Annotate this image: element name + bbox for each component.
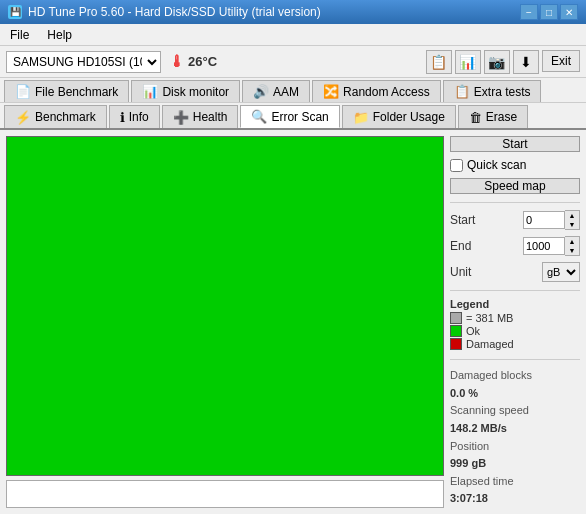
grid-cell [137, 431, 146, 439]
tab-erase[interactable]: 🗑 Erase [458, 105, 528, 128]
menu-help[interactable]: Help [43, 27, 76, 43]
grid-cell [305, 360, 314, 368]
close-button[interactable]: ✕ [560, 4, 578, 20]
grid-cell [374, 218, 383, 226]
toolbar-btn-3[interactable]: 📷 [484, 50, 510, 74]
grid-cell [67, 218, 76, 226]
grid-cell [8, 262, 17, 270]
grid-cell [77, 218, 86, 226]
grid-cell [285, 431, 294, 439]
start-input[interactable] [523, 211, 565, 229]
grid-cell [196, 413, 205, 421]
grid-cell [146, 360, 155, 368]
grid-cell [127, 404, 136, 412]
grid-cell [156, 235, 165, 243]
start-button[interactable]: Start [450, 136, 580, 152]
grid-cell [117, 448, 126, 456]
grid-cell [8, 298, 17, 306]
unit-select[interactable]: gB MB [542, 262, 580, 282]
grid-cell [413, 431, 422, 439]
tab-extra-tests[interactable]: 📋 Extra tests [443, 80, 542, 102]
grid-cell [146, 342, 155, 350]
grid-cell [38, 315, 47, 323]
tab-random-access[interactable]: 🔀 Random Access [312, 80, 441, 102]
grid-cell [146, 333, 155, 341]
grid-cell [374, 253, 383, 261]
grid-cell [384, 440, 393, 448]
grid-cell [245, 227, 254, 235]
grid-cell [8, 253, 17, 261]
end-input[interactable] [523, 237, 565, 255]
grid-cell [156, 422, 165, 430]
grid-cell [374, 351, 383, 359]
grid-cell [196, 289, 205, 297]
grid-cell [295, 404, 304, 412]
toolbar-btn-1[interactable]: 📋 [426, 50, 452, 74]
end-down-btn[interactable]: ▼ [565, 246, 579, 255]
grid-cell [8, 218, 17, 226]
grid-cell [186, 271, 195, 279]
grid-cell [423, 360, 432, 368]
grid-cell [344, 280, 353, 288]
end-up-btn[interactable]: ▲ [565, 237, 579, 246]
grid-cell [137, 271, 146, 279]
grid-cell [57, 173, 66, 181]
exit-button[interactable]: Exit [542, 50, 580, 72]
toolbar-btn-4[interactable]: ⬇ [513, 50, 539, 74]
quick-scan-checkbox[interactable] [450, 159, 463, 172]
tab-error-scan[interactable]: 🔍 Error Scan [240, 105, 339, 128]
grid-cell [394, 165, 403, 173]
grid-cell [48, 280, 57, 288]
grid-cell [354, 271, 363, 279]
minimize-button[interactable]: − [520, 4, 538, 20]
start-up-btn[interactable]: ▲ [565, 211, 579, 220]
grid-cell [384, 448, 393, 456]
toolbar-btn-2[interactable]: 📊 [455, 50, 481, 74]
grid-cell [216, 235, 225, 243]
grid-cell [206, 333, 215, 341]
grid-cell [196, 147, 205, 155]
grid-cell [176, 173, 185, 181]
tab-aam[interactable]: 🔊 AAM [242, 80, 310, 102]
grid-cell [394, 209, 403, 217]
grid-cell [206, 156, 215, 164]
grid-cell [295, 298, 304, 306]
tab-disk-monitor[interactable]: 📊 Disk monitor [131, 80, 240, 102]
grid-cell [137, 377, 146, 385]
grid-cell [87, 147, 96, 155]
grid-cell [97, 227, 106, 235]
grid-cell [235, 147, 244, 155]
start-down-btn[interactable]: ▼ [565, 220, 579, 229]
grid-cell [156, 156, 165, 164]
tab-file-benchmark[interactable]: 📄 File Benchmark [4, 80, 129, 102]
grid-cell [38, 209, 47, 217]
grid-cell [354, 466, 363, 474]
tab-info[interactable]: ℹ Info [109, 105, 160, 128]
tab-folder-usage[interactable]: 📁 Folder Usage [342, 105, 456, 128]
speed-map-button[interactable]: Speed map [450, 178, 580, 194]
tab-benchmark[interactable]: ⚡ Benchmark [4, 105, 107, 128]
grid-cell [67, 386, 76, 394]
grid-cell [364, 360, 373, 368]
grid-cell [166, 457, 175, 465]
grid-cell [344, 324, 353, 332]
grid-cell [275, 351, 284, 359]
grid-cell [334, 244, 343, 252]
grid-cell [245, 333, 254, 341]
quick-scan-label[interactable]: Quick scan [467, 158, 526, 172]
grid-cell [403, 209, 412, 217]
grid-cell [67, 342, 76, 350]
grid-cell [57, 280, 66, 288]
grid-cell [255, 280, 264, 288]
maximize-button[interactable]: □ [540, 4, 558, 20]
grid-cell [107, 138, 116, 146]
menu-file[interactable]: File [6, 27, 33, 43]
grid-cell [137, 244, 146, 252]
grid-cell [305, 386, 314, 394]
grid-cell [314, 227, 323, 235]
grid-cell [394, 182, 403, 190]
grid-cell [245, 395, 254, 403]
grid-cell [166, 431, 175, 439]
tab-health[interactable]: ➕ Health [162, 105, 239, 128]
drive-select[interactable]: SAMSUNG HD105SI (1000 gB) [6, 51, 161, 73]
